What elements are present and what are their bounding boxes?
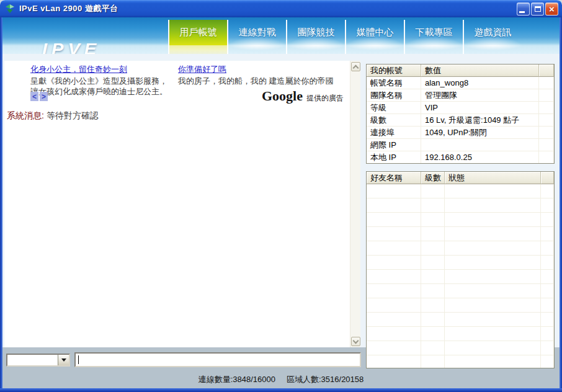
tab-team-competition[interactable]: 團隊競技 bbox=[286, 20, 345, 54]
account-info-table: 我的帳號 數值 帳號名稱 alan_wong8 團隊名稱 管理團隊 等級 VIP… bbox=[366, 64, 555, 164]
account-row: 級數 16 Lv, 升級還需:1049 點子 bbox=[367, 114, 554, 127]
column-header-value[interactable]: 數值 bbox=[421, 65, 539, 77]
window-controls: × bbox=[517, 2, 558, 16]
ad-item: 你準備好了嗎 我的房子，我的船，我的 建造屬於你的帝國 bbox=[178, 63, 337, 86]
column-header-spacer[interactable] bbox=[539, 65, 554, 77]
friends-table-row bbox=[367, 298, 554, 313]
status-local-users: 區域人數:3516/20158 bbox=[287, 374, 364, 385]
close-icon: × bbox=[549, 4, 555, 14]
ad-item: 化身小公主，留住奇妙一刻 呈獻《我的小公主》造型及攝影服務， 讓女孩幻化成家傳戶… bbox=[30, 63, 174, 97]
dropdown-value bbox=[7, 355, 58, 365]
minimize-button[interactable] bbox=[517, 2, 530, 16]
account-key: 本地 IP bbox=[367, 151, 421, 164]
tab-label: 媒體中心 bbox=[357, 27, 394, 38]
friends-table-row bbox=[367, 198, 554, 213]
scroll-down-button[interactable] bbox=[351, 337, 360, 346]
account-value: 管理團隊 bbox=[421, 89, 539, 102]
tab-label: 遊戲資訊 bbox=[475, 27, 512, 38]
friends-table-row bbox=[367, 355, 554, 368]
close-button[interactable]: × bbox=[545, 2, 558, 16]
ad-prev-button[interactable]: < bbox=[30, 92, 38, 101]
tab-game-info[interactable]: 遊戲資訊 bbox=[463, 20, 522, 54]
system-message: 系統消息:等待對方確認 bbox=[7, 110, 99, 122]
account-row: 連接埠 1049, UPnP:關閉 bbox=[367, 127, 554, 139]
friends-table-row bbox=[367, 227, 554, 241]
window-title: IPvE vLan 2900 遊戲平台 bbox=[19, 3, 118, 14]
account-value: VIP bbox=[421, 102, 539, 114]
account-value: 16 Lv, 升級還需:1049 點子 bbox=[421, 114, 539, 127]
window-border-left bbox=[0, 17, 2, 392]
ad-body-text: 呈獻《我的小公主》造型及攝影服務， 讓女孩幻化成家傳戶曉的迪士尼公主。 bbox=[30, 76, 174, 97]
nav-header: IPVE 用戶帳號 連線對戰 團隊競技 媒體中心 下載專區 bbox=[0, 17, 562, 54]
text-cursor bbox=[78, 355, 79, 364]
app-window: IPvE vLan 2900 遊戲平台 × IPVE 用戶帳號 連線對戰 團隊競… bbox=[0, 0, 562, 392]
tab-download-zone[interactable]: 下載專區 bbox=[404, 20, 463, 54]
chat-target-dropdown[interactable] bbox=[6, 354, 70, 367]
account-key: 帳號名稱 bbox=[367, 77, 421, 89]
account-value bbox=[421, 139, 539, 151]
account-row: 網際 IP bbox=[367, 139, 554, 151]
column-header-spacer[interactable] bbox=[541, 172, 554, 184]
friends-table-row bbox=[367, 213, 554, 227]
tab-label: 下載專區 bbox=[416, 27, 453, 38]
account-value: 192.168.0.25 bbox=[421, 151, 539, 164]
chevron-down-icon bbox=[61, 359, 66, 364]
dropdown-button[interactable] bbox=[58, 355, 69, 365]
account-row: 帳號名稱 alan_wong8 bbox=[367, 77, 554, 89]
main-content-panel: 化身小公主，留住奇妙一刻 呈獻《我的小公主》造型及攝影服務， 讓女孩幻化成家傳戶… bbox=[4, 61, 360, 347]
tab-user-account[interactable]: 用戶帳號 bbox=[168, 20, 227, 54]
ad-next-button[interactable]: > bbox=[40, 92, 48, 101]
tab-label: 用戶帳號 bbox=[180, 27, 217, 38]
account-row: 等級 VIP bbox=[367, 102, 554, 114]
account-table-header: 我的帳號 數值 bbox=[367, 65, 554, 77]
account-value: 1049, UPnP:關閉 bbox=[421, 127, 539, 139]
window-border-right bbox=[560, 17, 562, 392]
status-connections: 連線數量:3848/16000 bbox=[198, 374, 275, 385]
friends-table-row bbox=[367, 341, 554, 355]
friends-table: 好友名稱 級數 狀態 bbox=[366, 171, 555, 368]
system-message-label: 系統消息: bbox=[7, 110, 44, 120]
nav-tabs: 用戶帳號 連線對戰 團隊競技 媒體中心 下載專區 遊戲資訊 bbox=[168, 20, 522, 54]
account-key: 級數 bbox=[367, 114, 421, 127]
google-attribution-text: 提供的廣告 bbox=[306, 93, 344, 104]
account-value: alan_wong8 bbox=[421, 77, 539, 89]
account-key: 團隊名稱 bbox=[367, 89, 421, 102]
column-header-friend-name[interactable]: 好友名稱 bbox=[367, 172, 421, 184]
content-scrollbar[interactable] bbox=[350, 61, 360, 347]
account-key: 連接埠 bbox=[367, 127, 421, 139]
tab-media-center[interactable]: 媒體中心 bbox=[345, 20, 404, 54]
google-logo: Google bbox=[262, 88, 303, 104]
tab-label: 團隊競技 bbox=[298, 27, 335, 38]
tab-connection-battle[interactable]: 連線對戰 bbox=[227, 20, 286, 54]
chat-message-input[interactable] bbox=[74, 352, 361, 367]
friends-table-row bbox=[367, 241, 554, 256]
friends-table-header: 好友名稱 級數 狀態 bbox=[367, 172, 554, 184]
friends-table-row bbox=[367, 313, 554, 327]
account-key: 網際 IP bbox=[367, 139, 421, 151]
ad-link[interactable]: 你準備好了嗎 bbox=[178, 64, 226, 75]
ad-link[interactable]: 化身小公主，留住奇妙一刻 bbox=[30, 64, 127, 75]
account-row: 本地 IP 192.168.0.25 bbox=[367, 151, 554, 164]
maximize-icon bbox=[535, 6, 541, 12]
maximize-button[interactable] bbox=[531, 2, 544, 16]
scroll-up-button[interactable] bbox=[351, 62, 360, 71]
google-ads-attribution[interactable]: Google 提供的廣告 bbox=[262, 88, 344, 104]
titlebar[interactable]: IPvE vLan 2900 遊戲平台 × bbox=[0, 0, 562, 17]
window-border-bottom bbox=[0, 388, 562, 392]
ad-pager: < > bbox=[30, 92, 48, 101]
friends-table-row bbox=[367, 184, 554, 198]
column-header-status[interactable]: 狀態 bbox=[445, 172, 541, 184]
minimize-icon bbox=[519, 11, 525, 13]
chevron-down-icon bbox=[353, 337, 359, 344]
account-row: 團隊名稱 管理團隊 bbox=[367, 89, 554, 102]
column-header-level[interactable]: 級數 bbox=[421, 172, 445, 184]
account-key: 等級 bbox=[367, 102, 421, 114]
tab-label: 連線對戰 bbox=[239, 27, 276, 38]
column-header-my-account[interactable]: 我的帳號 bbox=[367, 65, 421, 77]
chevron-up-icon bbox=[353, 65, 359, 71]
friends-table-row bbox=[367, 270, 554, 284]
ad-body-text: 我的房子，我的船，我的 建造屬於你的帝國 bbox=[178, 76, 337, 86]
statusbar: 連線數量:3848/16000 區域人數:3516/20158 bbox=[0, 374, 562, 385]
app-icon bbox=[5, 3, 16, 14]
friends-table-row bbox=[367, 256, 554, 270]
